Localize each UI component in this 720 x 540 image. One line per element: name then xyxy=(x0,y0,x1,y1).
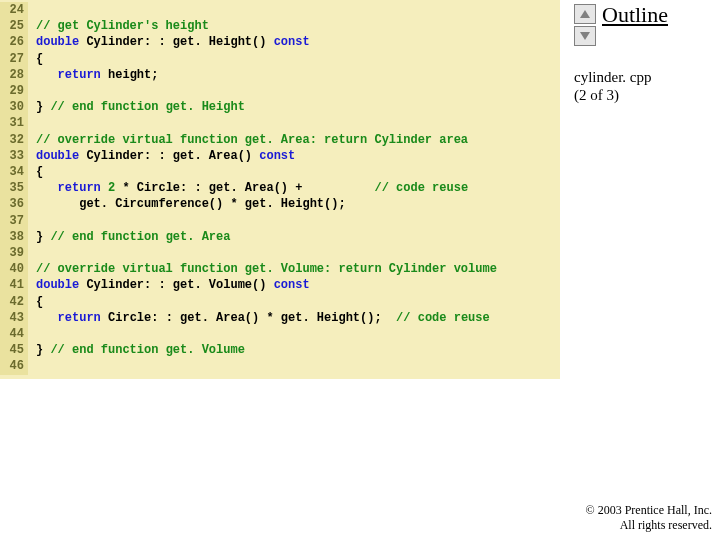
nav-up-button[interactable] xyxy=(574,4,596,24)
code-content: { xyxy=(28,51,43,67)
copyright-footer: © 2003 Prentice Hall, Inc. All rights re… xyxy=(586,503,712,534)
svg-marker-0 xyxy=(580,10,590,18)
triangle-up-icon xyxy=(579,9,591,19)
line-number: 37 xyxy=(0,213,28,229)
code-content: return height; xyxy=(28,67,158,83)
code-content: double Cylinder: : get. Volume() const xyxy=(28,277,310,293)
line-number: 28 xyxy=(0,67,28,83)
code-line: 28 return height; xyxy=(0,67,560,83)
code-content: return 2 * Circle: : get. Area() + // co… xyxy=(28,180,468,196)
line-number: 38 xyxy=(0,229,28,245)
line-number: 24 xyxy=(0,2,28,18)
line-number: 35 xyxy=(0,180,28,196)
code-content xyxy=(28,245,36,261)
code-content xyxy=(28,358,36,374)
code-line: 32// override virtual function get. Area… xyxy=(0,132,560,148)
code-line: 45} // end function get. Volume xyxy=(0,342,560,358)
code-line: 34{ xyxy=(0,164,560,180)
code-content: get. Circumference() * get. Height(); xyxy=(28,196,346,212)
code-content: // override virtual function get. Volume… xyxy=(28,261,497,277)
code-content: } // end function get. Height xyxy=(28,99,245,115)
line-number: 39 xyxy=(0,245,28,261)
code-line: 40// override virtual function get. Volu… xyxy=(0,261,560,277)
code-line: 39 xyxy=(0,245,560,261)
code-content xyxy=(28,213,36,229)
side-panel: Outline cylinder. cpp (2 of 3) xyxy=(574,4,714,104)
code-line: 25// get Cylinder's height xyxy=(0,18,560,34)
line-number: 34 xyxy=(0,164,28,180)
line-number: 27 xyxy=(0,51,28,67)
code-line: 37 xyxy=(0,213,560,229)
line-number: 42 xyxy=(0,294,28,310)
code-content xyxy=(28,2,36,18)
code-content: } // end function get. Volume xyxy=(28,342,245,358)
code-line: 29 xyxy=(0,83,560,99)
code-panel: 2425// get Cylinder's height26double Cyl… xyxy=(0,0,560,379)
code-line: 44 xyxy=(0,326,560,342)
line-number: 31 xyxy=(0,115,28,131)
code-line: 36 get. Circumference() * get. Height(); xyxy=(0,196,560,212)
code-line: 42{ xyxy=(0,294,560,310)
code-line: 24 xyxy=(0,2,560,18)
file-label: cylinder. cpp (2 of 3) xyxy=(574,68,714,104)
code-content: double Cylinder: : get. Height() const xyxy=(28,34,310,50)
code-content: return Circle: : get. Area() * get. Heig… xyxy=(28,310,490,326)
line-number: 25 xyxy=(0,18,28,34)
copyright-line1: © 2003 Prentice Hall, Inc. xyxy=(586,503,712,517)
file-part: (2 of 3) xyxy=(574,87,619,103)
code-line: 33double Cylinder: : get. Area() const xyxy=(0,148,560,164)
line-number: 36 xyxy=(0,196,28,212)
code-line: 31 xyxy=(0,115,560,131)
copyright-line2: All rights reserved. xyxy=(620,518,712,532)
line-number: 26 xyxy=(0,34,28,50)
code-content xyxy=(28,115,36,131)
line-number: 32 xyxy=(0,132,28,148)
code-content: { xyxy=(28,294,43,310)
line-number: 33 xyxy=(0,148,28,164)
code-line: 27{ xyxy=(0,51,560,67)
code-line: 26double Cylinder: : get. Height() const xyxy=(0,34,560,50)
code-content xyxy=(28,326,36,342)
line-number: 40 xyxy=(0,261,28,277)
line-number: 43 xyxy=(0,310,28,326)
line-number: 44 xyxy=(0,326,28,342)
file-name: cylinder. cpp xyxy=(574,69,651,85)
code-line: 43 return Circle: : get. Area() * get. H… xyxy=(0,310,560,326)
line-number: 30 xyxy=(0,99,28,115)
svg-marker-1 xyxy=(580,32,590,40)
code-content: // get Cylinder's height xyxy=(28,18,209,34)
line-number: 41 xyxy=(0,277,28,293)
code-line: 46 xyxy=(0,358,560,374)
outline-title: Outline xyxy=(602,2,668,28)
line-number: 46 xyxy=(0,358,28,374)
line-number: 45 xyxy=(0,342,28,358)
nav-buttons xyxy=(574,4,596,46)
code-content xyxy=(28,83,36,99)
code-line: 41double Cylinder: : get. Volume() const xyxy=(0,277,560,293)
code-line: 38} // end function get. Area xyxy=(0,229,560,245)
code-content: double Cylinder: : get. Area() const xyxy=(28,148,295,164)
triangle-down-icon xyxy=(579,31,591,41)
line-number: 29 xyxy=(0,83,28,99)
code-line: 30} // end function get. Height xyxy=(0,99,560,115)
nav-down-button[interactable] xyxy=(574,26,596,46)
code-content: // override virtual function get. Area: … xyxy=(28,132,468,148)
code-content: } // end function get. Area xyxy=(28,229,230,245)
code-line: 35 return 2 * Circle: : get. Area() + //… xyxy=(0,180,560,196)
code-content: { xyxy=(28,164,43,180)
